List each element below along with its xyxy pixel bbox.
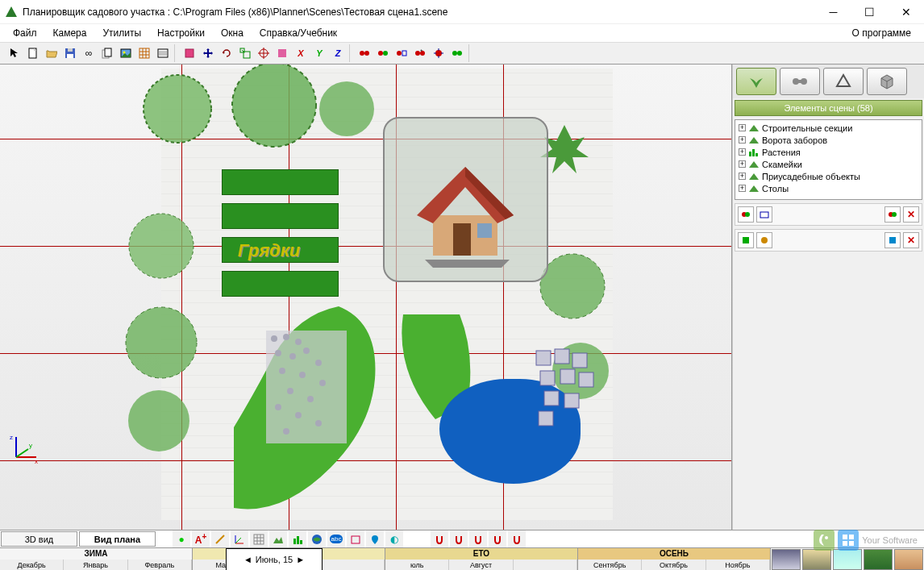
thumb[interactable] bbox=[894, 549, 923, 570]
tool-left-2[interactable] bbox=[756, 206, 772, 223]
panel-tab-box[interactable] bbox=[867, 68, 907, 95]
menu-settings[interactable]: Настройки bbox=[151, 26, 211, 40]
display-globe-icon[interactable] bbox=[308, 530, 326, 548]
scene-tree[interactable]: +Строительные секции +Ворота заборов +Ра… bbox=[735, 119, 922, 200]
grid-icon[interactable] bbox=[135, 44, 153, 62]
tree-item[interactable]: +Растения bbox=[737, 146, 920, 158]
rotate-icon[interactable] bbox=[218, 44, 235, 62]
thumb[interactable] bbox=[833, 549, 862, 570]
target-icon[interactable] bbox=[255, 44, 273, 62]
display-light-icon[interactable]: ● bbox=[173, 530, 190, 548]
snap-5-icon[interactable] bbox=[508, 530, 526, 548]
view-all-icon[interactable] bbox=[356, 44, 373, 62]
tool-delete[interactable]: ✕ bbox=[903, 206, 919, 223]
minimize-button[interactable]: ─ bbox=[815, 0, 851, 24]
menu-windows[interactable]: Окна bbox=[214, 26, 250, 40]
snap-3-icon[interactable] bbox=[469, 530, 487, 548]
tree-object[interactable] bbox=[125, 210, 198, 282]
maximize-button[interactable]: ☐ bbox=[851, 0, 888, 24]
tree-object[interactable] bbox=[121, 302, 202, 383]
month[interactable]: Декабрь bbox=[0, 560, 64, 570]
move-icon[interactable] bbox=[199, 44, 217, 62]
month[interactable]: Октябрь bbox=[642, 560, 705, 570]
tree-object[interactable] bbox=[137, 69, 218, 149]
tool2-left-2[interactable] bbox=[756, 232, 772, 248]
tool-left-1[interactable] bbox=[738, 206, 754, 223]
tool2-left-1[interactable] bbox=[738, 232, 754, 248]
garden-bed[interactable] bbox=[222, 169, 339, 195]
new-file-icon[interactable] bbox=[24, 44, 42, 62]
snap-4-icon[interactable] bbox=[489, 530, 506, 548]
display-chart-icon[interactable] bbox=[289, 530, 306, 548]
tool2-delete[interactable]: ✕ bbox=[903, 232, 919, 248]
month[interactable]: Январь bbox=[64, 560, 127, 570]
tool2-right-1[interactable] bbox=[884, 232, 901, 248]
seasons-timeline[interactable]: ЗИМА Декабрь Январь Февраль ВЕСНА Март А… bbox=[0, 547, 924, 570]
axis-z-button[interactable]: Z bbox=[329, 44, 347, 62]
viewport[interactable]: Грядки xzy bbox=[0, 64, 732, 530]
month[interactable]: Февраль bbox=[128, 560, 192, 570]
thumb[interactable] bbox=[802, 549, 831, 570]
display-text-icon[interactable]: A+ bbox=[192, 530, 210, 548]
copy-icon[interactable] bbox=[98, 44, 116, 62]
tool-right-1[interactable] bbox=[884, 206, 901, 223]
image-icon[interactable] bbox=[117, 44, 135, 62]
display-pin-icon[interactable] bbox=[366, 530, 384, 548]
zoom-window-icon[interactable]: + bbox=[411, 44, 429, 62]
tree-item[interactable]: +Столы bbox=[737, 182, 920, 194]
menu-file[interactable]: Файл bbox=[6, 26, 44, 40]
tree-item[interactable]: +Ворота заборов bbox=[737, 134, 920, 146]
snap-2-icon[interactable] bbox=[450, 530, 468, 548]
tree-object[interactable] bbox=[314, 77, 379, 141]
menu-help[interactable]: Справка/Учебник bbox=[253, 26, 343, 40]
save-icon[interactable] bbox=[61, 44, 79, 62]
month[interactable]: Ноябрь bbox=[706, 560, 770, 570]
orbit-icon[interactable] bbox=[448, 44, 466, 62]
list-icon[interactable] bbox=[154, 44, 172, 62]
scale-icon[interactable] bbox=[236, 44, 254, 62]
month[interactable] bbox=[514, 560, 577, 570]
date-next-icon[interactable]: ► bbox=[296, 555, 305, 564]
menu-about[interactable]: О программе bbox=[846, 26, 918, 40]
snap-1-icon[interactable] bbox=[431, 530, 448, 548]
panel-tab-shape[interactable] bbox=[823, 68, 864, 95]
3d-view-icon[interactable] bbox=[181, 44, 198, 62]
view-sel-icon[interactable] bbox=[374, 44, 392, 62]
menu-utilities[interactable]: Утилиты bbox=[96, 26, 148, 40]
tree-item[interactable]: +Приусадебные объекты bbox=[737, 170, 920, 182]
close-button[interactable]: ✕ bbox=[888, 0, 924, 24]
tab-plan-view[interactable]: Вид плана bbox=[79, 531, 156, 547]
month[interactable]: юль bbox=[385, 560, 449, 570]
stone-path[interactable] bbox=[266, 331, 347, 443]
display-axis-icon[interactable] bbox=[231, 530, 248, 548]
display-box-icon[interactable] bbox=[347, 530, 364, 548]
stepping-stones[interactable] bbox=[532, 347, 613, 435]
menu-camera[interactable]: Камера bbox=[47, 26, 94, 40]
tree-object[interactable] bbox=[226, 64, 323, 153]
garden-bed[interactable] bbox=[222, 203, 339, 229]
panel-tab-plants[interactable] bbox=[736, 68, 776, 95]
open-file-icon[interactable] bbox=[43, 44, 60, 62]
month[interactable] bbox=[321, 560, 385, 570]
tree-item[interactable]: +Скамейки bbox=[737, 158, 920, 170]
date-prev-icon[interactable]: ◄ bbox=[243, 555, 252, 564]
tab-3d-view[interactable]: 3D вид bbox=[1, 531, 77, 547]
month[interactable]: Сентябрь bbox=[578, 560, 642, 570]
house-selection[interactable] bbox=[383, 117, 548, 282]
tree-object[interactable] bbox=[125, 387, 194, 456]
pan-icon[interactable] bbox=[430, 44, 447, 62]
date-picker[interactable]: ◄ Июнь, 15 ► bbox=[226, 548, 323, 570]
display-measure-icon[interactable] bbox=[211, 530, 229, 548]
display-grid2-icon[interactable] bbox=[250, 530, 268, 548]
thumb[interactable] bbox=[772, 549, 801, 570]
link-icon[interactable]: ∞ bbox=[80, 44, 98, 62]
tree-item[interactable]: +Строительные секции bbox=[737, 122, 920, 134]
display-landscape-icon[interactable] bbox=[269, 530, 287, 548]
zoom-extents-icon[interactable] bbox=[393, 44, 410, 62]
select-tool-icon[interactable] bbox=[6, 44, 23, 62]
thumb[interactable] bbox=[864, 549, 893, 570]
panel-tab-connect[interactable] bbox=[780, 68, 820, 95]
display-extra-icon[interactable]: ◐ bbox=[385, 530, 403, 548]
tool-extra-icon[interactable] bbox=[273, 44, 291, 62]
axis-y-button[interactable]: Y bbox=[310, 44, 328, 62]
